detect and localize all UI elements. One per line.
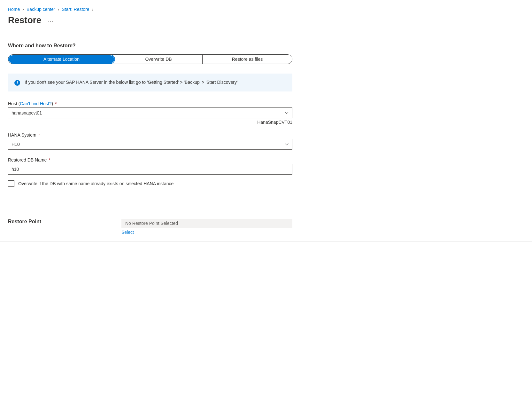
restore-point-label: Restore Point: [8, 219, 121, 225]
restore-mode-tabs: Alternate Location Overwrite DB Restore …: [8, 54, 292, 64]
host-select[interactable]: hanasnapcvt01: [8, 107, 292, 118]
restore-point-value: No Restore Point Selected: [121, 219, 292, 228]
page-title: Restore: [8, 15, 41, 25]
chevron-down-icon: [284, 111, 289, 115]
restored-db-label: Restored DB Name *: [8, 157, 292, 162]
hana-system-select[interactable]: H10: [8, 139, 292, 150]
breadcrumb-start-restore[interactable]: Start: Restore: [62, 7, 89, 12]
required-icon: *: [38, 132, 40, 138]
more-icon[interactable]: …: [48, 17, 54, 24]
info-icon: i: [14, 80, 20, 86]
chevron-right-icon: ›: [58, 7, 59, 12]
restore-point-row: Restore Point No Restore Point Selected …: [8, 219, 524, 235]
restore-point-select-link[interactable]: Select: [121, 230, 134, 235]
overwrite-checkbox[interactable]: [8, 180, 14, 187]
chevron-right-icon: ›: [92, 7, 94, 12]
chevron-right-icon: ›: [22, 7, 24, 12]
tab-overwrite-db[interactable]: Overwrite DB: [115, 55, 203, 64]
restored-db-input[interactable]: [8, 164, 292, 175]
breadcrumb: Home › Backup center › Start: Restore ›: [8, 7, 524, 12]
info-banner: i If you don't see your SAP HANA Server …: [8, 74, 292, 91]
hana-system-select-value: H10: [12, 142, 20, 147]
cant-find-host-link[interactable]: Can't find Host?: [20, 101, 51, 106]
info-text: If you don't see your SAP HANA Server in…: [25, 79, 238, 86]
host-label-text: Host: [8, 101, 17, 106]
host-select-value: hanasnapcvt01: [12, 110, 42, 115]
breadcrumb-home[interactable]: Home: [8, 7, 20, 12]
required-icon: *: [49, 157, 50, 162]
restore-point-right: No Restore Point Selected Select: [121, 219, 292, 235]
hana-system-label: HANA System *: [8, 132, 292, 138]
overwrite-checkbox-row: Overwrite if the DB with same name alrea…: [8, 180, 524, 187]
hana-system-label-text: HANA System: [8, 132, 36, 138]
tab-alternate-location[interactable]: Alternate Location: [8, 54, 115, 64]
required-icon: *: [55, 101, 57, 106]
breadcrumb-backup-center[interactable]: Backup center: [27, 7, 55, 12]
overwrite-checkbox-label: Overwrite if the DB with same name alrea…: [18, 181, 173, 186]
host-label: Host (Can't find Host?) *: [8, 101, 292, 106]
page-title-row: Restore …: [8, 15, 524, 25]
chevron-down-icon: [284, 142, 289, 146]
host-subtext: HanaSnapCVT01: [8, 120, 292, 125]
tab-restore-as-files[interactable]: Restore as files: [203, 55, 292, 64]
section-heading: Where and how to Restore?: [8, 43, 524, 49]
restored-db-field: Restored DB Name *: [8, 157, 292, 175]
host-field: Host (Can't find Host?) * hanasnapcvt01 …: [8, 101, 292, 125]
restored-db-label-text: Restored DB Name: [8, 157, 47, 162]
hana-system-field: HANA System * H10: [8, 132, 292, 150]
